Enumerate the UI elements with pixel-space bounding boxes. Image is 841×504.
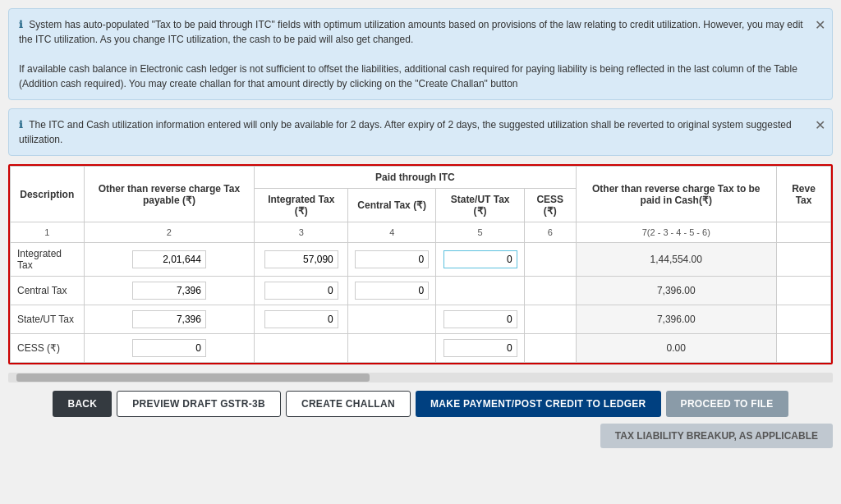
- row-label-central: Central Tax: [11, 277, 85, 305]
- cell-integrated-col3: [255, 243, 348, 277]
- cell-central-col4: [348, 277, 436, 305]
- input-state-col2[interactable]: [132, 310, 206, 328]
- bottom-action-buttons: BACK PREVIEW DRAFT GSTR-3B CREATE CHALLA…: [8, 391, 833, 417]
- tax-table-container: Description Other than reverse charge Ta…: [8, 164, 833, 364]
- horizontal-scrollbar[interactable]: [8, 373, 833, 383]
- input-integrated-col2[interactable]: [132, 250, 206, 268]
- alert2-text: The ITC and Cash utilization information…: [19, 119, 792, 145]
- cell-integrated-col7: 1,44,554.00: [576, 243, 777, 277]
- close-alert1-button[interactable]: ✕: [815, 16, 825, 35]
- liability-button-area: TAX LIABILITY BREAKUP, AS APPLICABLE: [8, 424, 833, 448]
- cell-cess-col4: [348, 334, 436, 363]
- row-label-state: State/UT Tax: [11, 305, 85, 334]
- cell-cess-col7: 0.00: [576, 334, 777, 363]
- input-integrated-col5[interactable]: [443, 250, 517, 268]
- cell-integrated-col5: [436, 243, 525, 277]
- row-label-integrated: Integrated Tax: [11, 243, 85, 277]
- col-paid-itc-group: Paid through ITC: [255, 167, 576, 189]
- cell-state-col6: [524, 305, 576, 334]
- tax-table: Description Other than reverse charge Ta…: [10, 166, 831, 363]
- alert-box-2: ℹ The ITC and Cash utilization informati…: [8, 108, 833, 156]
- cell-state-col2: [84, 305, 255, 334]
- input-cess-col2[interactable]: [132, 339, 206, 357]
- liability-breakup-button[interactable]: TAX LIABILITY BREAKUP, AS APPLICABLE: [600, 424, 833, 448]
- cell-state-col7: 7,396.00: [576, 305, 777, 334]
- alert1-text: System has auto-populated "Tax to be pai…: [19, 19, 803, 89]
- proceed-button[interactable]: PROCEED TO FILE: [666, 391, 788, 417]
- cell-integrated-col6: [524, 243, 576, 277]
- col-description: Description: [11, 167, 85, 222]
- table-row: Integrated Tax 1,44,554.00: [11, 243, 831, 277]
- col-integrated-tax: Integrated Tax (₹): [255, 189, 348, 222]
- create-challan-button[interactable]: CREATE CHALLAN: [286, 391, 411, 417]
- cell-state-col3: [255, 305, 348, 334]
- rn-2: 2: [84, 222, 255, 243]
- rn-3: 3: [255, 222, 348, 243]
- cell-state-col8: [777, 305, 831, 334]
- info-icon-2: ℹ: [19, 119, 23, 131]
- col-cess: CESS (₹): [524, 189, 576, 222]
- input-central-col3[interactable]: [264, 282, 338, 300]
- table-row: Central Tax 7,396.00: [11, 277, 831, 305]
- input-integrated-col4[interactable]: [355, 250, 429, 268]
- cell-integrated-col4: [348, 243, 436, 277]
- cell-central-col3: [255, 277, 348, 305]
- col-other-than-rc: Other than reverse charge Tax payable (₹…: [84, 167, 255, 222]
- input-central-col2[interactable]: [132, 282, 206, 300]
- rn-1: 1: [11, 222, 85, 243]
- alert-box-1: ℹ System has auto-populated "Tax to be p…: [8, 8, 833, 100]
- back-button[interactable]: BACK: [53, 391, 112, 417]
- input-integrated-col3[interactable]: [264, 250, 338, 268]
- cell-central-col6: [524, 277, 576, 305]
- input-cess-col5[interactable]: [443, 339, 517, 357]
- cell-cess-col3: [255, 334, 348, 363]
- cell-central-col5: [436, 277, 525, 305]
- cell-cess-col8: [777, 334, 831, 363]
- rn-4: 4: [348, 222, 436, 243]
- close-alert2-button[interactable]: ✕: [815, 116, 825, 135]
- scrollbar-thumb[interactable]: [16, 373, 370, 382]
- table-row: CESS (₹) 0.00: [11, 334, 831, 363]
- input-state-col5[interactable]: [443, 310, 517, 328]
- rn-8: [777, 222, 831, 243]
- preview-button[interactable]: PREVIEW DRAFT GSTR-3B: [117, 391, 281, 417]
- table-row: State/UT Tax 7,396.00: [11, 305, 831, 334]
- rn-5: 5: [436, 222, 525, 243]
- cell-cess-col6: [524, 334, 576, 363]
- rn-6: 6: [524, 222, 576, 243]
- cell-cess-col2: [84, 334, 255, 363]
- rn-7: 7(2 - 3 - 4 - 5 - 6): [576, 222, 777, 243]
- cell-integrated-col2: [84, 243, 255, 277]
- col-state-ut-tax: State/UT Tax (₹): [436, 189, 525, 222]
- col-reverse-tax: Reve Tax: [777, 167, 831, 222]
- cell-central-col7: 7,396.00: [576, 277, 777, 305]
- col-central-tax: Central Tax (₹): [348, 189, 436, 222]
- input-central-col4[interactable]: [355, 282, 429, 300]
- make-payment-button[interactable]: MAKE PAYMENT/POST CREDIT TO LEDGER: [416, 391, 661, 417]
- cell-central-col8: [777, 277, 831, 305]
- info-icon: ℹ: [19, 19, 23, 30]
- col-other-than-rc-cash: Other than reverse charge Tax to be paid…: [576, 167, 777, 222]
- cell-central-col2: [84, 277, 255, 305]
- input-state-col3[interactable]: [264, 310, 338, 328]
- cell-state-col5: [436, 305, 525, 334]
- cell-cess-col5: [436, 334, 525, 363]
- cell-state-col4: [348, 305, 436, 334]
- cell-integrated-col8: [777, 243, 831, 277]
- row-label-cess: CESS (₹): [11, 334, 85, 363]
